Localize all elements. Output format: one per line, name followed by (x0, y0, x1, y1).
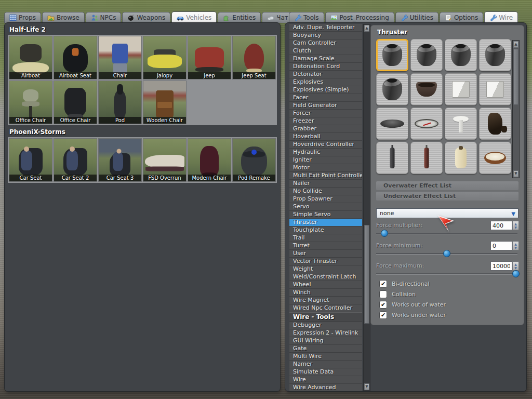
vehicle-item-pod[interactable]: Pod (98, 81, 142, 124)
vehicle-item-car-seat[interactable]: Car Seat (9, 138, 52, 182)
scroll-up-icon[interactable]: ▲ (513, 41, 518, 48)
tab-vehicles[interactable]: Vehicles (171, 11, 217, 23)
tool-item-user[interactable]: User (289, 250, 362, 258)
model-tile-15-cork[interactable] (445, 142, 477, 174)
vehicle-item-jeep-seat[interactable]: Jeep Seat (232, 36, 276, 79)
tool-item-vector-thruster[interactable]: Vector Thruster (289, 258, 362, 265)
force-minimum-slider[interactable] (376, 253, 517, 255)
model-tile-10-gauge[interactable] (410, 108, 443, 140)
tool-item-grabber[interactable]: Grabber (289, 125, 362, 133)
tool-item-explosives[interactable]: Explosives (289, 78, 362, 86)
tool-item-wired-npc-controller[interactable]: Wired Npc Controller (289, 304, 362, 312)
force-multiplier-slider-knob[interactable] (381, 230, 388, 237)
vehicle-item-office-chair[interactable]: Office Chair (54, 81, 97, 124)
model-tile-13-rod-dark[interactable] (376, 142, 408, 174)
tool-item-prop-spawner[interactable]: Prop Spawner (289, 195, 362, 203)
tool-item-freezer[interactable]: Freezer (289, 117, 362, 125)
vehicle-item-airboat[interactable]: Airboat (9, 36, 52, 79)
tool-item-adv-dupe-teleporter[interactable]: Adv. Dupe. Teleporter (289, 24, 362, 32)
model-grid-scrollbar[interactable]: ▲ ▼ (512, 40, 520, 178)
tab-weapons[interactable]: Weapons (122, 12, 170, 23)
vehicle-item-pod-remake[interactable]: Pod Remake (232, 138, 276, 182)
model-tile-2-thruster[interactable] (410, 39, 443, 71)
tab-browse[interactable]: Browse (42, 12, 85, 23)
tab-utilities[interactable]: Utilities (395, 12, 438, 23)
model-tile-4-thruster[interactable] (479, 39, 511, 71)
tool-item-nailer[interactable]: Nailer (289, 180, 362, 188)
tool-item-field-generator[interactable]: Field Generator (289, 102, 362, 110)
tool-item-touchplate[interactable]: Touchplate (289, 227, 362, 234)
tool-item-facer[interactable]: Facer (289, 94, 362, 102)
tool-item-hoverdrive-controller[interactable]: Hoverdrive Controller (289, 141, 362, 149)
model-tile-11-sink[interactable] (445, 108, 477, 140)
vehicle-item-office-chair[interactable]: Office Chair (9, 81, 52, 124)
tool-item-hydraulic[interactable]: Hydraulic (289, 149, 362, 156)
model-tile-14-rod-red[interactable] (410, 142, 443, 174)
force-maximum-slider-knob[interactable] (512, 270, 520, 277)
vehicle-item-car-seat-2[interactable]: Car Seat 2 (54, 138, 97, 182)
tool-item-weld-constraint-latch[interactable]: Weld/Constraint Latch (289, 273, 362, 281)
tool-item-wire[interactable]: Wire (289, 376, 362, 384)
tool-item-wire-magnet[interactable]: Wire Magnet (289, 297, 362, 304)
tool-item-gate[interactable]: Gate (289, 345, 362, 353)
vehicle-item-car-seat-3[interactable]: Car Seat 3 (98, 138, 142, 182)
force-maximum-input[interactable] (490, 261, 512, 271)
force-maximum-slider[interactable] (376, 273, 517, 275)
tool-item-buoyancy[interactable]: Buoyancy (289, 32, 362, 39)
tool-item-cam-controller[interactable]: Cam Controller (289, 39, 362, 47)
scroll-down-icon[interactable]: ▼ (513, 170, 518, 177)
vehicle-item-chair[interactable]: Chair (98, 36, 142, 79)
tool-item-detonation-cord[interactable]: Detonation Cord (289, 63, 362, 71)
tab-props[interactable]: Props (4, 12, 41, 23)
tool-item-expression-2-wirelink[interactable]: Expression 2 - Wirelink (289, 329, 362, 337)
tab-tools[interactable]: Tools (289, 12, 324, 23)
tool-item-trail[interactable]: Trail (289, 234, 362, 242)
tool-item-thruster[interactable]: Thruster (289, 219, 362, 227)
tool-item-explosives-simple[interactable]: Explosives (Simple) (289, 86, 362, 94)
vehicle-item-wooden-chair[interactable]: Wooden Chair (143, 81, 187, 124)
vehicle-item-fsd-overrun[interactable]: FSD Overrun (143, 138, 187, 182)
force-multiplier-slider[interactable] (376, 233, 517, 234)
tab-entities[interactable]: Entities (218, 12, 261, 23)
tool-item-debugger[interactable]: Debugger (289, 322, 362, 329)
underwater-effect-list-header[interactable]: Underwater Effect List (376, 192, 518, 201)
tool-item-damage-scale[interactable]: Damage Scale (289, 55, 362, 63)
force-multiplier-input[interactable] (490, 221, 512, 230)
model-tile-16-cake[interactable] (479, 142, 511, 174)
tab-post-processing[interactable]: Post_Processing (325, 12, 394, 23)
tool-item-forcer[interactable]: Forcer (289, 110, 362, 117)
vehicle-item-modern-chair[interactable]: Modern Chair (188, 138, 231, 182)
model-tile-8-cube[interactable] (479, 73, 511, 105)
tab-options[interactable]: Options (440, 12, 483, 23)
tool-item-simple-servo[interactable]: Simple Servo (289, 211, 362, 219)
works-under-water-checkbox[interactable]: ✔ (379, 311, 387, 319)
force-maximum-spinner[interactable]: ▲▼ (512, 261, 519, 271)
model-tile-9-disc[interactable] (376, 108, 408, 140)
overwater-effect-list-header[interactable]: Overwater Effect List (376, 181, 518, 190)
vehicle-item-jalopy[interactable]: Jalopy (143, 36, 187, 79)
tool-item-multi-wire[interactable]: Multi Wire (289, 353, 362, 361)
tool-item-hoverball[interactable]: Hoverball (289, 133, 362, 141)
model-tile-5-thruster[interactable] (376, 73, 408, 105)
model-grid-scrollbar-thumb[interactable] (513, 49, 518, 105)
model-tile-6-pot[interactable] (410, 73, 443, 105)
model-tile-7-cube[interactable] (445, 73, 477, 105)
tool-item-gui-wiring[interactable]: GUI Wiring (289, 337, 362, 345)
force-multiplier-spinner[interactable]: ▲▼ (512, 221, 519, 230)
tool-list-scrollbar-thumb[interactable] (364, 225, 369, 324)
tool-item-clutch[interactable]: Clutch (289, 47, 362, 55)
tool-item-wire-advanced[interactable]: Wire Advanced (289, 384, 362, 391)
tool-item-multi-exit-point-controller[interactable]: Multi Exit Point Controller (289, 172, 362, 180)
scroll-up-icon[interactable]: ▲ (364, 25, 369, 32)
vehicle-item-airboat-seat[interactable]: Airboat Seat (54, 36, 97, 79)
force-minimum-slider-knob[interactable] (443, 250, 450, 257)
scroll-down-icon[interactable]: ▼ (364, 383, 369, 390)
model-tile-12-debris[interactable] (479, 108, 511, 140)
model-tile-1-thruster[interactable] (376, 39, 408, 71)
bi-directional-checkbox[interactable]: ✔ (379, 280, 387, 288)
force-minimum-input[interactable] (490, 241, 512, 250)
tab-npcs[interactable]: NPCs (86, 12, 122, 23)
tab-wire[interactable]: Wire (484, 11, 518, 23)
tool-item-motor[interactable]: Motor (289, 164, 362, 172)
vehicle-item-jeep[interactable]: Jeep (188, 36, 231, 79)
